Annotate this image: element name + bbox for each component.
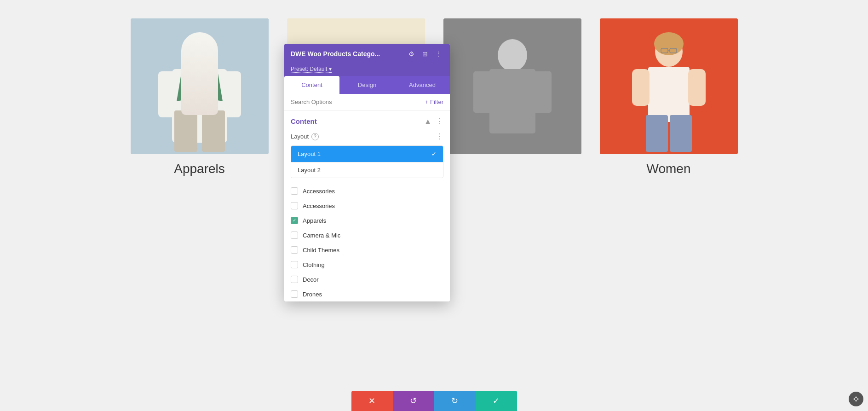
checkbox-decor[interactable]: [291, 276, 298, 283]
grid-icon[interactable]: ⊞: [420, 49, 430, 58]
svg-point-14: [498, 39, 527, 71]
category-label-decor: Decor: [303, 276, 319, 283]
svg-rect-5: [174, 110, 197, 152]
settings-icon[interactable]: ⚙: [407, 49, 416, 58]
category-label-clothing: Clothing: [303, 261, 325, 268]
svg-point-20: [654, 32, 684, 55]
undo-button[interactable]: ↺: [393, 391, 434, 411]
drag-handle[interactable]: [849, 392, 863, 406]
help-icon[interactable]: ?: [311, 133, 319, 140]
checkbox-accessories1[interactable]: [291, 187, 298, 195]
layout-dropdown: Layout 1 ✓ Layout 2: [291, 145, 443, 178]
content-section-title: Content: [291, 117, 317, 125]
category-item-apparels[interactable]: Apparels: [284, 213, 450, 228]
category-label-apparels: Apparels: [303, 217, 326, 224]
section-more-icon[interactable]: ⋮: [436, 117, 443, 126]
search-bar: + Filter: [284, 94, 450, 110]
product-label-apparels: Apparels: [174, 162, 225, 176]
category-label-accessories1: Accessories: [303, 188, 335, 195]
svg-rect-25: [670, 115, 692, 152]
content-section-header: Content ▲ ⋮: [284, 110, 450, 130]
checkbox-child-themes[interactable]: [291, 246, 298, 254]
modal-body: + Filter Content ▲ ⋮ Layout ? ⋮ Layout 1…: [284, 94, 450, 301]
modal-tabs: Content Design Advanced: [284, 76, 450, 94]
category-item-child-themes[interactable]: Child Themes: [284, 243, 450, 257]
product-card-center: [439, 18, 586, 393]
bottom-toolbar: ✕ ↺ ↻ ✓: [351, 391, 517, 411]
search-input[interactable]: [291, 98, 421, 105]
tab-design[interactable]: Design: [339, 76, 395, 94]
category-item-clothing[interactable]: Clothing: [284, 257, 450, 272]
product-image-women: [600, 18, 738, 154]
svg-rect-16: [473, 71, 492, 113]
svg-point-1: [184, 38, 216, 73]
checkbox-apparels[interactable]: [291, 217, 298, 224]
redo-button[interactable]: ↻: [434, 391, 476, 411]
category-item-camera[interactable]: Camera & Mic: [284, 228, 450, 243]
modal-preset-bar: Preset: Default ▾: [284, 64, 450, 76]
product-image-apparels: [131, 18, 269, 154]
checkbox-accessories2[interactable]: [291, 202, 298, 209]
preset-label[interactable]: Preset: Default ▾: [291, 66, 332, 73]
svg-rect-17: [533, 71, 552, 113]
modal-header-icons: ⚙ ⊞ ⋮: [407, 49, 443, 58]
more-options-icon[interactable]: ⋮: [434, 49, 443, 58]
section-actions: ▲ ⋮: [424, 117, 443, 126]
svg-rect-15: [489, 69, 535, 133]
svg-rect-23: [688, 69, 706, 106]
filter-button[interactable]: + Filter: [425, 98, 443, 105]
category-label-drones: Drones: [303, 291, 322, 298]
svg-rect-4: [220, 71, 241, 117]
modal-container: DWE Woo Products Catego... ⚙ ⊞ ⋮ Preset:…: [284, 44, 450, 301]
product-image-center: [443, 18, 581, 154]
checkbox-clothing[interactable]: [291, 261, 298, 268]
tab-advanced[interactable]: Advanced: [395, 76, 450, 94]
cancel-button[interactable]: ✕: [351, 391, 393, 411]
checkbox-camera[interactable]: [291, 232, 298, 239]
product-card-women: Women: [595, 18, 742, 393]
category-label-child-themes: Child Themes: [303, 247, 339, 254]
layout-selected-option[interactable]: Layout 1 ✓: [291, 146, 443, 162]
collapse-icon[interactable]: ▲: [424, 117, 431, 126]
category-label-accessories2: Accessories: [303, 203, 335, 209]
svg-rect-22: [632, 69, 650, 106]
product-card-apparels: Apparels: [126, 18, 273, 393]
layout-row: Layout ? ⋮: [284, 130, 450, 145]
drag-handle-icon: [852, 395, 860, 403]
modal-title: DWE Woo Products Catego...: [291, 50, 407, 58]
svg-rect-3: [158, 71, 179, 117]
layout-option-2[interactable]: Layout 2: [291, 162, 443, 178]
modal-header: DWE Woo Products Catego... ⚙ ⊞ ⋮: [284, 44, 450, 64]
svg-rect-24: [646, 115, 668, 152]
svg-rect-6: [202, 110, 225, 152]
category-item-drones[interactable]: Drones: [284, 287, 450, 301]
tab-content[interactable]: Content: [284, 76, 339, 94]
checkbox-drones[interactable]: [291, 290, 298, 298]
category-item-accessories2[interactable]: Accessories: [284, 198, 450, 213]
layout-options-icon[interactable]: ⋮: [436, 132, 443, 141]
category-item-accessories1[interactable]: Accessories: [284, 184, 450, 198]
category-label-camera: Camera & Mic: [303, 232, 340, 239]
product-label-women: Women: [647, 162, 691, 176]
category-checkbox-list: Accessories Accessories Apparels Camera …: [284, 182, 450, 301]
check-icon: ✓: [431, 151, 437, 157]
svg-rect-21: [648, 67, 690, 122]
save-button[interactable]: ✓: [476, 391, 517, 411]
category-item-decor[interactable]: Decor: [284, 272, 450, 287]
layout-label: Layout ?: [291, 133, 319, 140]
